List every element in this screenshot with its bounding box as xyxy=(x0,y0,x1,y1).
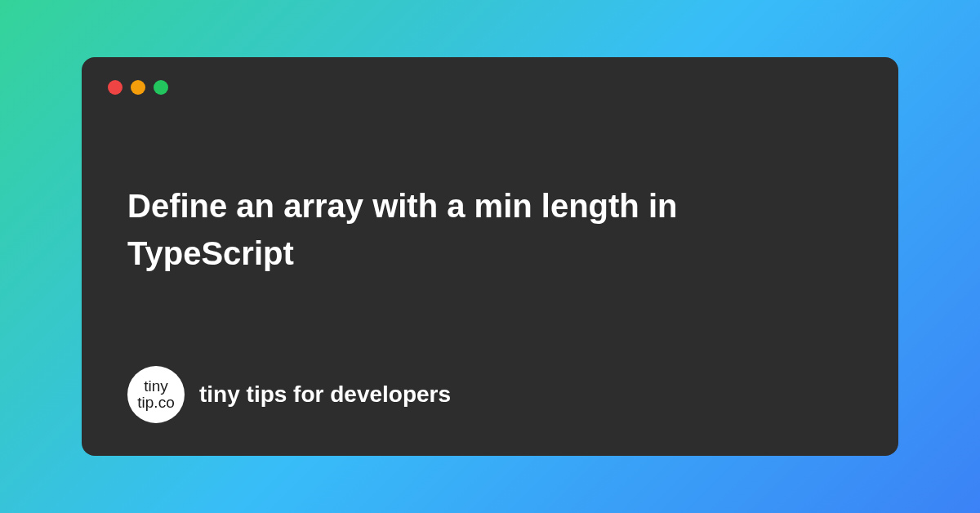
tagline-text: tiny tips for developers xyxy=(199,381,451,408)
card-title: Define an array with a min length in Typ… xyxy=(127,182,853,277)
logo-text-line2: tip.co xyxy=(137,395,174,411)
card-content: Define an array with a min length in Typ… xyxy=(108,101,872,366)
maximize-icon[interactable] xyxy=(154,80,168,95)
logo-text-line1: tiny xyxy=(144,378,168,395)
card-footer: tiny tip.co tiny tips for developers xyxy=(108,366,872,433)
terminal-window: Define an array with a min length in Typ… xyxy=(82,57,898,456)
logo-badge: tiny tip.co xyxy=(127,366,185,423)
close-icon[interactable] xyxy=(108,80,122,95)
window-controls xyxy=(108,80,872,95)
minimize-icon[interactable] xyxy=(131,80,145,95)
